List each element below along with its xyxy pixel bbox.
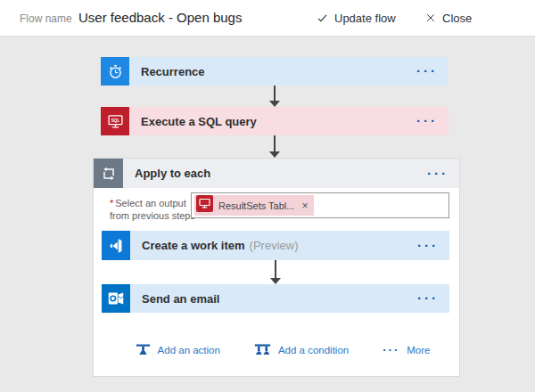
- required-asterisk: *: [110, 198, 113, 208]
- step-title: Send an email: [142, 292, 219, 306]
- apply-to-each-container: Apply to each ··· *Select an output from…: [93, 158, 460, 377]
- close-label: Close: [442, 12, 472, 25]
- step-card-recurrence[interactable]: Recurrence ···: [101, 57, 449, 86]
- more-label: More: [407, 345, 430, 355]
- update-flow-button[interactable]: Update flow: [317, 0, 396, 36]
- step-card-create-work-item[interactable]: Create a work item (Preview) ···: [102, 231, 449, 260]
- flow-designer-canvas: Recurrence ··· SQL Execute a SQL query ·…: [0, 37, 535, 392]
- outlook-icon: [102, 284, 130, 313]
- visual-studio-icon: [102, 231, 130, 260]
- close-button[interactable]: Close: [425, 0, 472, 36]
- add-condition-icon: [254, 344, 271, 355]
- close-icon: [425, 12, 436, 23]
- step-title: Apply to each: [135, 167, 210, 180]
- select-output-label: *Select an output from previous steps: [110, 197, 199, 222]
- step-title: Recurrence: [141, 65, 205, 78]
- menu-ellipsis-button[interactable]: ···: [417, 241, 439, 250]
- step-card-sql-query[interactable]: SQL Execute a SQL query ···: [101, 107, 449, 135]
- more-ellipsis-icon: ···: [383, 347, 399, 354]
- step-title: Create a work item: [142, 239, 245, 252]
- add-action-icon: [136, 344, 151, 355]
- sql-icon: SQL: [101, 107, 129, 135]
- select-output-input[interactable]: ResultSets Tabl... ×: [191, 192, 449, 218]
- token-remove-icon[interactable]: ×: [300, 200, 308, 211]
- more-button[interactable]: ··· More: [383, 345, 430, 355]
- flow-title: User feedback - Open bugs: [78, 10, 242, 25]
- apply-footer: Add an action Add a condition ··· More: [94, 344, 459, 355]
- update-flow-label: Update flow: [334, 12, 396, 25]
- step-card-apply-to-each[interactable]: Apply to each ···: [94, 159, 459, 188]
- resultsets-token-chip[interactable]: ResultSets Tabl... ×: [194, 195, 314, 216]
- connector-arrow: [269, 260, 282, 284]
- flow-name-label: Flow name: [20, 12, 72, 25]
- add-action-label: Add an action: [158, 345, 220, 355]
- menu-ellipsis-button[interactable]: ···: [417, 294, 439, 303]
- step-title: Execute a SQL query: [141, 115, 257, 128]
- check-icon: [317, 12, 328, 24]
- add-action-button[interactable]: Add an action: [136, 344, 220, 355]
- menu-ellipsis-button[interactable]: ···: [416, 117, 438, 126]
- preview-badge: (Preview): [250, 239, 299, 252]
- loop-icon: [94, 159, 123, 188]
- recurrence-icon: [101, 57, 129, 86]
- svg-text:SQL: SQL: [111, 118, 119, 122]
- connector-arrow: [268, 86, 281, 107]
- menu-ellipsis-button[interactable]: ···: [416, 67, 438, 76]
- menu-ellipsis-button[interactable]: ···: [427, 169, 449, 178]
- add-condition-button[interactable]: Add a condition: [254, 344, 349, 355]
- step-card-send-email[interactable]: Send an email ···: [102, 284, 449, 313]
- token-label: ResultSets Tabl...: [218, 200, 294, 211]
- add-condition-label: Add a condition: [278, 345, 349, 355]
- topbar: Flow name User feedback - Open bugs Upda…: [0, 0, 535, 37]
- sql-token-icon: [196, 195, 213, 216]
- connector-arrow: [268, 135, 281, 158]
